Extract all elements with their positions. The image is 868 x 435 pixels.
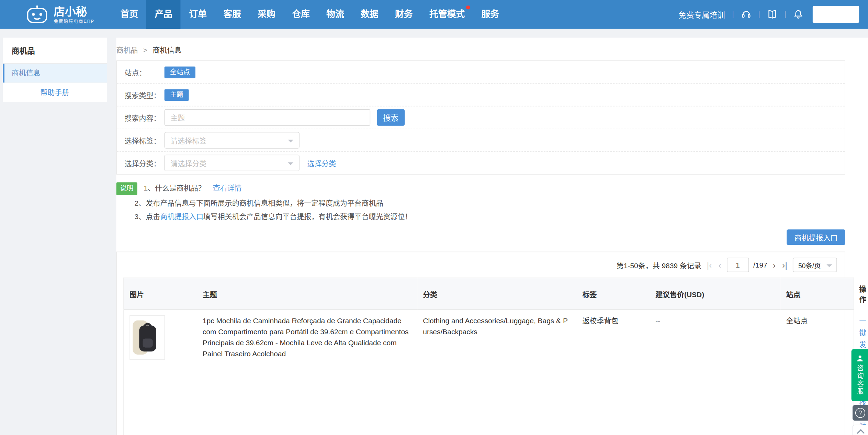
- question-mark-icon: ?: [855, 408, 865, 418]
- bell-icon[interactable]: [793, 9, 803, 19]
- page-number-input[interactable]: [727, 258, 749, 272]
- category-select-placeholder: 请选择分类: [170, 158, 206, 168]
- opportunity-table: 图片主题分类标签建议售价(USD)站点操作 1pc Mochila de Cam…: [123, 278, 854, 435]
- notice-line-3-prefix: 3、点击: [135, 212, 160, 220]
- logo-subtitle: 免费跨境电商ERP: [54, 18, 94, 24]
- column-header: 分类: [417, 278, 577, 309]
- breadcrumb-parent[interactable]: 商机品: [116, 46, 138, 54]
- first-page-icon[interactable]: |‹: [706, 260, 713, 270]
- app-window: 店小秘 免费跨境电商ERP 首页产品订单客服采购仓库物流数据财务托管模式服务 免…: [0, 0, 868, 435]
- filter-panel: 站点： 全站点 搜索类型： 主题 搜索内容： 搜索 选择标签： 请选择标签: [116, 61, 845, 175]
- opportunity-submit-button[interactable]: 商机提报入口: [787, 229, 845, 245]
- site-label: 站点：: [125, 67, 165, 77]
- tag-select-label: 选择标签：: [125, 135, 165, 145]
- category-select-label: 选择分类：: [125, 158, 165, 168]
- manual-book-icon[interactable]: [767, 9, 777, 19]
- notice-line-2: 2、发布产品信息与下面所展示的商机信息相类似，将一定程度成为平台商机品: [116, 198, 845, 208]
- nav-item-采购[interactable]: 采购: [249, 0, 284, 29]
- product-tag: 返校季背包: [577, 309, 650, 435]
- back-to-top-button[interactable]: [853, 424, 868, 435]
- divider: |: [784, 11, 786, 19]
- logo-title: 店小秘: [54, 5, 94, 17]
- notice-line-3: 3、点击商机提报入口填写相关机会产品信息向平台提报，有机会获得平台曝光资源位！: [116, 211, 845, 222]
- nav-item-服务[interactable]: 服务: [473, 0, 507, 29]
- customer-service-label: 咨询客服: [856, 365, 864, 395]
- nav-item-客服[interactable]: 客服: [215, 0, 249, 29]
- nav-item-托管模式[interactable]: 托管模式: [421, 0, 473, 29]
- product-image[interactable]: [129, 315, 165, 360]
- product-category: Clothing and Accessories/Luggage, Bags &…: [417, 309, 577, 435]
- notice-line-3-suffix: 填写相关机会产品信息向平台提报，有机会获得平台曝光资源位！: [203, 212, 412, 220]
- sidebar-item-business-info[interactable]: 商机信息: [3, 64, 107, 83]
- notice-line-1-text: 1、什么是商机品？: [144, 184, 205, 192]
- product-title: 1pc Mochila de Caminhada Reforçada de Gr…: [197, 309, 417, 435]
- choose-category-link[interactable]: 选择分类: [307, 158, 336, 168]
- customer-service-button[interactable]: 咨询客服: [852, 349, 868, 401]
- chevron-up-icon: [857, 429, 865, 435]
- nav-item-数据[interactable]: 数据: [352, 0, 387, 29]
- page-size-value: 50条/页: [798, 260, 821, 270]
- logo[interactable]: 店小秘 免费跨境电商ERP: [25, 5, 94, 24]
- free-training-link[interactable]: 免费专属培训: [678, 9, 725, 20]
- next-page-icon[interactable]: ›: [772, 260, 777, 270]
- site-chip-all[interactable]: 全站点: [165, 66, 195, 78]
- chevron-down-icon: [826, 264, 832, 267]
- view-details-link[interactable]: 查看详情: [213, 184, 242, 192]
- notice-badge: 说明: [116, 182, 137, 195]
- search-button[interactable]: 搜索: [377, 109, 405, 126]
- filter-row-search-type: 搜索类型： 主题: [117, 84, 845, 106]
- logo-text: 店小秘 免费跨境电商ERP: [54, 5, 94, 23]
- page-size-select[interactable]: 50条/页: [793, 258, 837, 272]
- search-content-label: 搜索内容：: [125, 112, 165, 123]
- nav-item-订单[interactable]: 订单: [181, 0, 215, 29]
- results-panel: 第1-50条，共 9839 条记录 |‹ ‹ /197 › ›| 50条/页 图…: [116, 252, 845, 435]
- sidebar-item-help-manual[interactable]: 帮助手册: [3, 83, 107, 102]
- prev-page-icon[interactable]: ‹: [717, 260, 722, 270]
- service-agent-icon: [856, 354, 864, 362]
- nav-item-仓库[interactable]: 仓库: [284, 0, 318, 29]
- user-account-area[interactable]: [813, 6, 859, 23]
- nav-item-财务[interactable]: 财务: [387, 0, 421, 29]
- notice-line-1: 说明 1、什么是商机品？ 查看详情: [116, 182, 845, 195]
- breadcrumb-current: 商机信息: [153, 46, 182, 54]
- column-header: 建议售价(USD): [650, 278, 780, 309]
- search-type-chip-title[interactable]: 主题: [165, 89, 189, 101]
- table-header-row: 图片主题分类标签建议售价(USD)站点操作: [124, 278, 854, 309]
- page-content: 商机品 商机信息 帮助手册 商机品 > 商机信息 站点： 全站点 搜索类型： 主…: [0, 29, 868, 435]
- last-page-icon[interactable]: ›|: [781, 260, 788, 270]
- table-row: 1pc Mochila de Caminhada Reforçada de Gr…: [124, 309, 854, 435]
- chevron-down-icon: [288, 140, 293, 142]
- divider: |: [732, 11, 734, 19]
- help-button[interactable]: ?: [853, 405, 868, 421]
- nav-item-物流[interactable]: 物流: [318, 0, 352, 29]
- opportunity-submit-link[interactable]: 商机提报入口: [160, 212, 203, 220]
- suggested-price: --: [650, 309, 780, 435]
- notice-section: 说明 1、什么是商机品？ 查看详情 2、发布产品信息与下面所展示的商机信息相类似…: [116, 182, 845, 221]
- headset-icon[interactable]: [741, 9, 751, 19]
- tag-select[interactable]: 请选择标签: [165, 132, 300, 149]
- filter-row-site: 站点： 全站点: [117, 61, 845, 84]
- category-select[interactable]: 请选择分类: [165, 155, 300, 171]
- search-type-label: 搜索类型：: [125, 89, 165, 100]
- filter-row-category: 选择分类： 请选择分类 选择分类: [117, 152, 845, 174]
- submit-row: 商机提报入口: [116, 229, 845, 245]
- breadcrumb-separator: >: [143, 46, 147, 54]
- sidebar: 商机品 商机信息 帮助手册: [3, 38, 107, 102]
- nav-item-产品[interactable]: 产品: [146, 0, 181, 29]
- pagination: 第1-50条，共 9839 条记录 |‹ ‹ /197 › ›| 50条/页: [117, 252, 845, 278]
- column-header: 站点: [780, 278, 854, 309]
- total-pages: /197: [753, 261, 767, 269]
- table-container: 图片主题分类标签建议售价(USD)站点操作 1pc Mochila de Cam…: [117, 278, 845, 435]
- main-nav: 首页产品订单客服采购仓库物流数据财务托管模式服务: [112, 0, 507, 29]
- navbar-right: 免费专属培训 | | |: [678, 6, 859, 23]
- sidebar-title: 商机品: [3, 38, 107, 64]
- main-panel: 商机品 > 商机信息 站点： 全站点 搜索类型： 主题 搜索内容： 搜索: [116, 38, 868, 435]
- search-input[interactable]: [165, 109, 371, 126]
- divider: |: [758, 11, 760, 19]
- filter-row-tag: 选择标签： 请选择标签: [117, 129, 845, 152]
- floating-toolbar: 咨询客服 ?: [852, 349, 868, 435]
- filter-row-search-content: 搜索内容： 搜索: [117, 106, 845, 129]
- nav-item-首页[interactable]: 首页: [112, 0, 146, 29]
- column-header: 主题: [197, 278, 417, 309]
- record-summary: 第1-50条，共 9839 条记录: [617, 260, 701, 270]
